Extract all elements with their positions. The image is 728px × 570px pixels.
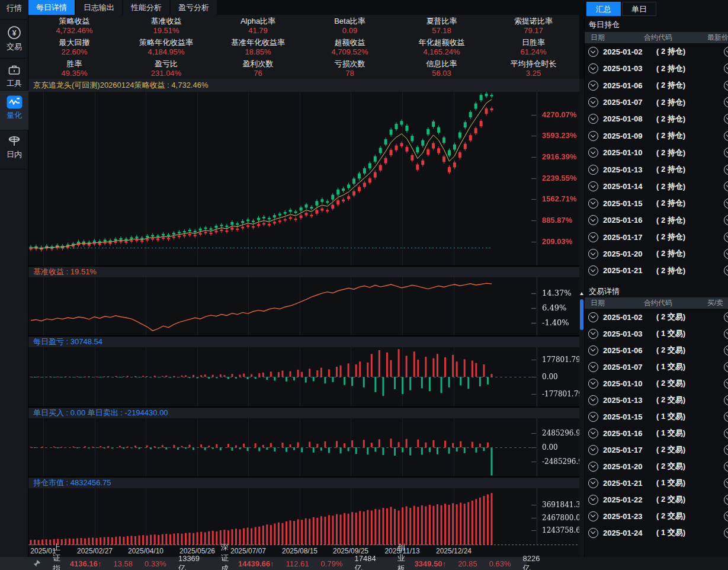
sidebar-item-tools[interactable]: 工具: [0, 63, 28, 89]
chevron-down-icon[interactable]: [588, 345, 598, 356]
market-value-bar-chart[interactable]: [28, 488, 579, 545]
chevron-down-icon[interactable]: [724, 511, 728, 521]
pin-icon[interactable]: [32, 559, 41, 568]
chevron-down-icon[interactable]: [724, 47, 728, 57]
tab-日志输出[interactable]: 日志输出: [76, 0, 122, 15]
chevron-down-icon[interactable]: [724, 63, 728, 73]
chevron-down-icon[interactable]: [724, 215, 728, 225]
index-quote-创业板指[interactable]: 创业板指3349.50↑20.850.63%8226亿: [386, 542, 540, 570]
trades-row[interactable]: 2025-01-15( 1 交易): [585, 408, 728, 425]
chevron-down-icon[interactable]: [588, 215, 598, 225]
chevron-down-icon[interactable]: [724, 462, 728, 472]
buy-sell-bar-chart[interactable]: [28, 418, 579, 476]
chevron-down-icon[interactable]: [724, 445, 728, 455]
chevron-down-icon[interactable]: [724, 114, 728, 124]
holdings-row[interactable]: 2025-01-03( 2 持仓): [585, 60, 728, 76]
chevron-down-icon[interactable]: [724, 395, 728, 405]
chevron-down-icon[interactable]: [724, 97, 728, 107]
sidebar-item-trade[interactable]: ¥ 交易: [0, 25, 28, 52]
chevron-down-icon[interactable]: [724, 249, 728, 259]
chevron-down-icon[interactable]: [724, 131, 728, 141]
chevron-down-icon[interactable]: [588, 97, 598, 107]
holdings-row[interactable]: 2025-01-09( 2 持仓): [585, 127, 728, 144]
scrollbar-arrow-icon[interactable]: [580, 292, 583, 295]
chevron-down-icon[interactable]: [588, 462, 598, 472]
daily-pnl-bar-chart[interactable]: [28, 347, 579, 406]
holdings-row[interactable]: 2025-01-14( 2 持仓): [585, 178, 728, 195]
chevron-down-icon[interactable]: [588, 198, 598, 209]
chevron-down-icon[interactable]: [588, 114, 598, 124]
trades-row[interactable]: 2025-01-07( 1 交易): [585, 358, 728, 375]
chevron-down-icon[interactable]: [588, 148, 598, 158]
trades-row[interactable]: 2025-01-03( 1 交易): [585, 325, 728, 342]
holdings-row[interactable]: 2025-01-06( 2 持仓): [585, 77, 728, 94]
trades-row[interactable]: 2025-01-17( 2 交易): [585, 441, 728, 458]
tab-性能分析[interactable]: 性能分析: [123, 0, 169, 15]
chevron-down-icon[interactable]: [588, 47, 598, 57]
chevron-down-icon[interactable]: [724, 478, 728, 488]
benchmark-line-chart[interactable]: [28, 277, 579, 335]
chevron-down-icon[interactable]: [724, 345, 728, 356]
holdings-row[interactable]: 2025-01-20( 2 持仓): [585, 245, 728, 262]
tab-summary[interactable]: 汇总: [586, 2, 621, 16]
sidebar-item-quotes[interactable]: 行情: [0, 3, 28, 14]
chevron-down-icon[interactable]: [724, 412, 728, 422]
trades-row[interactable]: 2025-01-23( 2 交易): [585, 508, 728, 524]
chevron-down-icon[interactable]: [724, 198, 728, 209]
chevron-down-icon[interactable]: [588, 81, 598, 91]
chevron-down-icon[interactable]: [588, 165, 598, 175]
trades-row[interactable]: 2025-01-24( 1 交易): [585, 524, 728, 541]
chevron-down-icon[interactable]: [588, 412, 598, 422]
strategy-candlestick-chart[interactable]: [28, 92, 579, 265]
chevron-down-icon[interactable]: [588, 379, 598, 389]
chevron-down-icon[interactable]: [588, 63, 598, 73]
trades-row[interactable]: 2025-01-02( 2 交易): [585, 309, 728, 325]
chevron-down-icon[interactable]: [588, 445, 598, 455]
holdings-row[interactable]: 2025-01-10( 2 持仓): [585, 145, 728, 161]
holdings-row[interactable]: 2025-01-02( 2 持仓): [585, 43, 728, 60]
index-quote-深证成指[interactable]: 深证成指14439.66↑112.610.79%17484亿: [209, 542, 376, 570]
trades-row[interactable]: 2025-01-22( 2 交易): [585, 491, 728, 508]
trades-row[interactable]: 2025-01-21( 1 交易): [585, 475, 728, 491]
chevron-down-icon[interactable]: [724, 379, 728, 389]
chevron-down-icon[interactable]: [724, 165, 728, 175]
chevron-down-icon[interactable]: [724, 329, 728, 339]
chevron-down-icon[interactable]: [724, 428, 728, 438]
trades-row[interactable]: 2025-01-10( 2 交易): [585, 375, 728, 392]
chevron-down-icon[interactable]: [724, 148, 728, 158]
chevron-down-icon[interactable]: [724, 312, 728, 322]
chevron-down-icon[interactable]: [588, 312, 598, 322]
index-quote-上证指数[interactable]: 上证指数4136.16↑13.580.33%13369亿: [41, 542, 200, 570]
tab-single-day[interactable]: 单日: [622, 2, 656, 16]
tab-盈亏分析[interactable]: 盈亏分析: [171, 0, 217, 15]
chevron-down-icon[interactable]: [724, 265, 728, 276]
sidebar-item-quant[interactable]: 量化: [0, 95, 28, 121]
chevron-down-icon[interactable]: [588, 249, 598, 259]
holdings-row[interactable]: 2025-01-07( 2 持仓): [585, 94, 728, 110]
charts-scrollbar-thumb[interactable]: [580, 299, 583, 330]
chevron-down-icon[interactable]: [588, 131, 598, 141]
holdings-row[interactable]: 2025-01-08( 2 持仓): [585, 111, 728, 127]
holdings-row[interactable]: 2025-01-16( 2 持仓): [585, 212, 728, 228]
chevron-down-icon[interactable]: [588, 265, 598, 276]
holdings-row[interactable]: 2025-01-13( 2 持仓): [585, 161, 728, 178]
chevron-down-icon[interactable]: [588, 495, 598, 505]
chevron-down-icon[interactable]: [588, 511, 598, 521]
chevron-down-icon[interactable]: [588, 478, 598, 488]
chevron-down-icon[interactable]: [724, 81, 728, 91]
chevron-down-icon[interactable]: [724, 495, 728, 505]
chevron-down-icon[interactable]: [588, 428, 598, 438]
chevron-down-icon[interactable]: [724, 232, 728, 242]
sidebar-item-intraday[interactable]: 日内: [0, 134, 28, 160]
chevron-down-icon[interactable]: [588, 362, 598, 372]
chevron-down-icon[interactable]: [724, 362, 728, 372]
chevron-down-icon[interactable]: [588, 528, 598, 538]
holdings-row[interactable]: 2025-01-17( 2 持仓): [585, 229, 728, 245]
trades-row[interactable]: 2025-01-06( 2 交易): [585, 342, 728, 358]
trades-row[interactable]: 2025-01-16( 1 交易): [585, 425, 728, 441]
trades-row[interactable]: 2025-01-20( 2 交易): [585, 458, 728, 475]
chevron-down-icon[interactable]: [588, 395, 598, 405]
chevron-down-icon[interactable]: [588, 181, 598, 191]
chevron-down-icon[interactable]: [724, 528, 728, 538]
chevron-down-icon[interactable]: [724, 181, 728, 191]
